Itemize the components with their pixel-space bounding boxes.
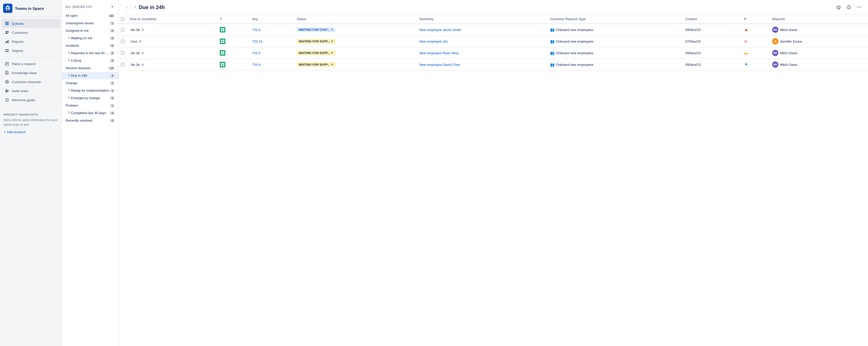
svg-point-2: [5, 9, 6, 10]
queue-item[interactable]: Change 2: [62, 79, 119, 87]
sidebar-item-knowledge-base[interactable]: Knowledge base: [2, 68, 60, 77]
queue-item-count: 1: [110, 104, 115, 107]
queue-item[interactable]: Problem 1: [62, 102, 119, 109]
row-checkbox-cell: [119, 36, 126, 47]
status-badge[interactable]: WAITING FOR SUPP... ▼: [297, 51, 335, 55]
queue-item-name: Incidents: [66, 44, 110, 48]
issue-summary-link[interactable]: New employee David Chen: [420, 63, 460, 67]
sidebar-item-customer-channels-label: Customer channels: [12, 80, 41, 84]
add-queue-button[interactable]: +: [110, 4, 115, 9]
th-reporter: Reporter: [769, 15, 868, 24]
queue-item[interactable]: Incidents 5: [62, 42, 119, 49]
sidebar-item-welcome-guide-label: Welcome guide: [12, 98, 35, 102]
star-button[interactable]: [835, 4, 842, 11]
sidebar-item-reports[interactable]: Reports: [2, 37, 60, 46]
row-checkbox-cell: [119, 24, 126, 36]
issue-key-link[interactable]: TIS-6: [252, 28, 260, 32]
status-badge[interactable]: WAITING FOR CUST... ▼: [297, 27, 335, 32]
queue-item-count: 0: [110, 59, 115, 62]
issue-key-link[interactable]: TIS-5: [252, 51, 260, 55]
pause-icon: ⏸: [141, 63, 144, 66]
reporter-avatar: JE: [772, 38, 778, 44]
sidebar-item-objects[interactable]: Objects: [2, 46, 60, 55]
request-type-name: Onboard new employees: [556, 28, 594, 32]
queue-item[interactable]: Assigned to me 0: [62, 27, 119, 34]
issue-type-icon: [220, 38, 225, 44]
queue-item[interactable]: └ Completed last 30 days 0: [62, 109, 119, 117]
row-checkbox[interactable]: [121, 51, 124, 55]
queue-item[interactable]: └ Due in 24h 4: [62, 72, 119, 79]
more-options-button[interactable]: ···: [856, 4, 863, 11]
row-checkbox[interactable]: [121, 28, 124, 32]
row-status: WAITING FOR SUPP... ▼: [293, 59, 416, 70]
sidebar-item-customer-channels[interactable]: Customer channels: [2, 77, 60, 86]
sidebar-item-invite-team[interactable]: Invite team: [2, 87, 60, 95]
customer-channels-icon: [5, 80, 9, 84]
row-summary: New employee Ryan Silva: [416, 47, 547, 59]
queue-item-count: 1: [110, 22, 115, 25]
collapse-panel-button[interactable]: ‹: [124, 4, 131, 11]
issues-table: Time to resolution T Key Status Summary …: [119, 15, 868, 70]
info-button[interactable]: [845, 4, 852, 11]
issue-summary-link[interactable]: New employee Jacob Smith: [420, 28, 461, 32]
queue-item[interactable]: Service requests 14: [62, 64, 119, 72]
queue-item-name: └ Emergency change: [66, 96, 110, 100]
queue-item[interactable]: └ Emergency change 0: [62, 94, 119, 102]
svg-rect-9: [5, 41, 6, 43]
row-type: [217, 36, 249, 47]
sidebar: Teams in Space Queues Customers Reports …: [0, 0, 62, 346]
queue-item[interactable]: Unassigned issues 1: [62, 19, 119, 27]
issue-key-link[interactable]: TIS-15: [252, 39, 262, 43]
th-customer-request-type: Customer Request Type: [547, 15, 682, 24]
queue-item[interactable]: └ Reported in the last 60 ... 0: [62, 49, 119, 57]
sidebar-item-customers[interactable]: Customers: [2, 28, 60, 37]
main-header-right: ···: [835, 4, 863, 11]
row-reporter: MD Mitch Davis: [769, 47, 868, 59]
queue-item[interactable]: All open 22: [62, 12, 119, 19]
time-value: -3w 3d: [130, 63, 140, 67]
issue-summary-link[interactable]: New employee Jim: [420, 39, 448, 43]
th-type: T: [217, 15, 249, 24]
row-key: TIS-5: [249, 47, 293, 59]
reports-icon: [5, 39, 9, 44]
row-type: [217, 59, 249, 70]
issue-key-link[interactable]: TIS-4: [252, 63, 260, 67]
svg-point-8: [7, 31, 9, 33]
add-shortcut-button[interactable]: + Add shortcut: [4, 129, 58, 135]
status-badge[interactable]: WAITING FOR SUPP... ▼: [297, 39, 335, 44]
queue-item[interactable]: └ Ready for implementation 1: [62, 87, 119, 94]
sidebar-item-queues[interactable]: Queues: [2, 19, 60, 28]
queue-item-name: All open: [66, 14, 108, 18]
queue-item-count: 2: [110, 81, 115, 85]
th-status: Status: [293, 15, 416, 24]
priority-high-icon: ▲: [744, 27, 748, 32]
status-badge[interactable]: WAITING FOR SUPP... ▼: [297, 62, 335, 67]
th-priority: P: [741, 15, 769, 24]
row-checkbox[interactable]: [121, 39, 124, 43]
table-row: -3w 3d ⏸ TIS-4 WAITING FOR SUPP... ▼ New…: [119, 59, 868, 70]
svg-marker-31: [837, 5, 841, 9]
queue-item-count: 14: [108, 66, 115, 70]
row-request-type: 👥 Onboard new employees: [547, 36, 682, 47]
invite-team-icon: [5, 89, 9, 93]
svg-rect-6: [5, 24, 9, 25]
add-shortcut-plus-icon: +: [4, 130, 6, 134]
priority-block-icon: ⊘: [744, 39, 747, 43]
issue-summary-link[interactable]: New employee Ryan Silva: [420, 51, 459, 55]
row-summary: New employee Jacob Smith: [416, 24, 547, 36]
svg-rect-5: [5, 23, 9, 24]
time-value: -3w 3d: [130, 28, 140, 32]
queue-item[interactable]: Recently resolved 0: [62, 117, 119, 124]
row-time: -3w 3d ⏸: [126, 59, 217, 70]
issue-type-icon: [220, 50, 225, 56]
knowledge-base-icon: [5, 70, 9, 75]
row-summary: New employee Jim: [416, 36, 547, 47]
sidebar-item-raise-request[interactable]: Raise a request: [2, 59, 60, 68]
sidebar-item-welcome-guide[interactable]: Welcome guide: [2, 96, 60, 104]
select-all-checkbox[interactable]: [121, 17, 124, 21]
row-checkbox[interactable]: [121, 63, 124, 66]
queue-item[interactable]: └ Critical 0: [62, 57, 119, 64]
queue-item-count: 0: [110, 96, 115, 100]
svg-point-7: [6, 31, 7, 33]
queue-item[interactable]: └ Waiting on me 0: [62, 34, 119, 42]
